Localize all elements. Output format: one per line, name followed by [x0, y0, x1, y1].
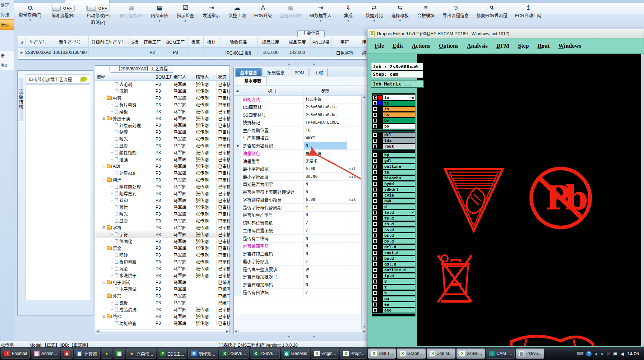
- expander-icon[interactable]: ⊟: [102, 246, 106, 250]
- column-header[interactable]: PNL规格: [311, 36, 332, 47]
- layer-checkbox[interactable]: [373, 159, 377, 163]
- layer-checkbox[interactable]: [373, 107, 377, 111]
- param-value-cell[interactable]: 打印字符: [304, 96, 347, 103]
- param-value-cell[interactable]: N: [304, 281, 347, 289]
- rail-item-处理[interactable]: 处理: [0, 0, 14, 10]
- layer-row[interactable]: ts: [372, 101, 415, 106]
- param-row[interactable]: 是否加生产型号N: [234, 212, 367, 220]
- layer-name[interactable]: tp.d: [383, 273, 415, 278]
- layer-name[interactable]: t: [383, 285, 415, 290]
- param-value-cell[interactable]: Y: [304, 204, 347, 211]
- flow-tree-row[interactable]: ┄丝印P3马军辉张传刚已审核: [95, 197, 230, 204]
- param-value-cell[interactable]: 5.00: [304, 165, 347, 173]
- param-row[interactable]: 是否有字符上表面处理设计N: [234, 188, 367, 196]
- flow-tree-row[interactable]: ┄预烘P3马军辉张传刚已审核: [95, 204, 230, 211]
- layer-checkbox[interactable]: [373, 239, 377, 243]
- layer-checkbox[interactable]: [373, 262, 377, 266]
- layer-color-chip[interactable]: [378, 280, 383, 283]
- table-cell[interactable]: [188, 48, 204, 57]
- ribbon-toggle-编写流程(R)[interactable]: OFF编写流程(R): [48, 4, 78, 19]
- flow-tree-row[interactable]: ⊟电镀P3马军辉张传刚已审核: [95, 94, 230, 101]
- layer-color-chip[interactable]: [378, 303, 383, 306]
- param-value-cell[interactable]: N: [304, 273, 347, 281]
- layer-checkbox[interactable]: [373, 153, 377, 157]
- table-cell[interactable]: IPC-6012 II级: [219, 48, 258, 57]
- layer-checkbox[interactable]: [373, 193, 377, 197]
- param-value-cell[interactable]: /: [304, 289, 347, 296]
- param-row[interactable]: 是否有增加批次号N: [234, 273, 367, 281]
- layer-checkbox[interactable]: [373, 211, 377, 214]
- layer-color-chip[interactable]: [378, 188, 383, 191]
- flow-tree-row[interactable]: ┄水洗烘干P3马军辉张传刚已审核: [95, 272, 230, 279]
- column-header[interactable]: 新生产型号: [51, 36, 89, 47]
- layer-checkbox[interactable]: [373, 234, 377, 237]
- expander-icon[interactable]: ⊟: [102, 280, 106, 284]
- layer-checkbox[interactable]: [373, 268, 377, 272]
- subtab-basic-params[interactable]: 基本参数: [239, 76, 267, 85]
- layer-name[interactable]: hydd: [383, 181, 415, 186]
- layer-name[interactable]: to.d◤: [383, 210, 415, 215]
- layer-row[interactable]: d: [372, 204, 415, 209]
- param-value-cell[interactable]: 2s8v600xa0.to: [304, 103, 347, 111]
- flow-tree-row[interactable]: ┄阻焊前处理P3马军辉张传刚已审核: [95, 183, 230, 190]
- layer-checkbox[interactable]: [373, 257, 377, 260]
- ribbon-button-集成[interactable]: ⇓集成▼: [338, 4, 359, 23]
- param-row[interactable]: ▶是否加无铅标记N: [234, 142, 367, 150]
- splitter-handle[interactable]: ▼ ·········· ▼: [287, 335, 316, 339]
- layer-color-chip[interactable]: [378, 234, 383, 237]
- layer-row[interactable]: dwk: [372, 198, 415, 204]
- flow-tree-row[interactable]: ┄显影P3马军辉张传刚已审核: [95, 217, 230, 224]
- chevron-down-icon[interactable]: ▼: [399, 19, 402, 23]
- layer-row[interactable]: to✎▦: [372, 95, 415, 100]
- expander-icon[interactable]: ⊟: [102, 96, 106, 100]
- layer-checkbox[interactable]: [373, 188, 377, 191]
- layer-row[interactable]: cvia: [372, 193, 415, 198]
- layer-row[interactable]: rout: [372, 144, 415, 149]
- layer-row[interactable]: eee: [372, 308, 415, 313]
- flow-tree-row[interactable]: ┄贴膜P3马军辉张传刚已审核: [95, 129, 230, 135]
- table-cell[interactable]: [311, 48, 332, 57]
- layer-row[interactable]: rout.d: [372, 250, 415, 255]
- param-value-cell[interactable]: 6.00: [304, 196, 347, 204]
- layer-row[interactable]: aa: [372, 296, 415, 301]
- window-tab[interactable]: [65, 0, 110, 3]
- layer-checkbox[interactable]: [373, 291, 377, 295]
- job-matrix-button[interactable]: Job Matrix ...: [371, 80, 423, 88]
- layer-checkbox[interactable]: [373, 199, 377, 203]
- chevron-down-icon[interactable]: ▼: [184, 19, 187, 23]
- layer-name[interactable]: drl.d: [383, 245, 415, 249]
- column-header[interactable]: S板: [129, 36, 141, 47]
- layer-name[interactable]: cs.d: [383, 222, 415, 226]
- layer-color-chip[interactable]: [378, 113, 383, 117]
- menu-file[interactable]: File: [375, 43, 384, 49]
- param-value-cell[interactable]: WWYY: [304, 134, 347, 142]
- param-value-cell[interactable]: /: [304, 227, 347, 235]
- keyboard-icon[interactable]: ⌨: [577, 351, 584, 356]
- flow-tree-row[interactable]: ┄去毛刺P3马军辉张传刚已审核: [95, 81, 230, 88]
- volume-icon[interactable]: ◀: [620, 351, 624, 356]
- column-header[interactable]: 生产型号: [26, 36, 51, 47]
- layer-name[interactable]: outline.d: [383, 268, 415, 272]
- param-row[interactable]: 是否有增加明码N: [234, 281, 367, 289]
- taskbar-button-2S8V6...[interactable]: X2S8V6...: [219, 349, 249, 359]
- layer-color-chip[interactable]: [378, 176, 383, 180]
- layer-row[interactable]: bo: [372, 124, 415, 129]
- table-cell[interactable]: P3: [163, 48, 188, 57]
- layer-row[interactable]: ss.d: [372, 227, 415, 232]
- param-row[interactable]: 周期是否为明字N: [234, 181, 367, 189]
- param-value-cell[interactable]: N: [304, 235, 347, 242]
- ribbon-button-修复ECN丢流程[interactable]: ↯修复ECN丢流程: [475, 4, 509, 19]
- layer-name[interactable]: drl: [383, 133, 415, 137]
- param-value-cell[interactable]: N: [304, 188, 347, 196]
- layer-row[interactable]: outline: [372, 164, 415, 169]
- taskbar-button-CAM_...[interactable]: ◔CAM_...: [486, 349, 515, 359]
- table-row[interactable]: ▶2S8V600XA010010200136480P3P3IPC-6012 II…: [18, 48, 367, 57]
- menu-analysis[interactable]: Analysis: [467, 43, 488, 49]
- expand-arrow-icon[interactable]: ▲: [594, 352, 598, 355]
- flow-column-header[interactable]: 核审人: [194, 73, 217, 80]
- flow-tree-row[interactable]: ┄阻焊塞孔P3马军辉张传刚已审核: [95, 190, 230, 197]
- expander-icon[interactable]: ⊟: [102, 314, 106, 318]
- layer-checkbox[interactable]: [373, 297, 377, 301]
- param-row[interactable]: 油墨颜色白色字符: [234, 150, 367, 158]
- layer-checkbox[interactable]: [373, 139, 377, 143]
